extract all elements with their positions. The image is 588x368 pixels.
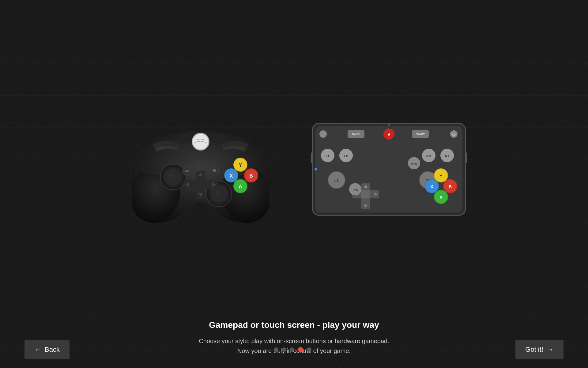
svg-text:X: X xyxy=(230,173,233,178)
svg-text:RTS: RTS xyxy=(411,163,417,166)
pagination-dot-3 xyxy=(290,347,294,352)
bottom-navigation: ← Back Got it! → xyxy=(0,331,588,368)
svg-text:LS: LS xyxy=(334,179,339,182)
svg-rect-61 xyxy=(361,190,370,198)
back-button[interactable]: ← Back xyxy=(24,340,70,359)
svg-text:START: START xyxy=(416,133,425,136)
svg-rect-39 xyxy=(311,152,313,163)
got-it-button[interactable]: Got it! → xyxy=(515,340,564,359)
svg-point-42 xyxy=(319,130,327,138)
svg-text:RB: RB xyxy=(426,154,431,158)
svg-text:⏻: ⏻ xyxy=(452,132,456,136)
pagination-dot-2 xyxy=(282,347,286,352)
back-label: Back xyxy=(45,346,60,354)
svg-text:LTS: LTS xyxy=(353,189,358,192)
svg-point-12 xyxy=(169,173,174,178)
svg-point-41 xyxy=(388,124,390,126)
svg-text:V: V xyxy=(387,132,390,137)
forward-arrow-icon: → xyxy=(547,346,554,354)
svg-text:Y: Y xyxy=(439,174,443,178)
back-arrow-icon: ← xyxy=(34,346,41,354)
svg-rect-35 xyxy=(213,170,216,171)
svg-point-8 xyxy=(193,134,209,150)
pagination-dots xyxy=(274,347,311,352)
pagination-dot-1 xyxy=(274,347,278,352)
svg-point-82 xyxy=(315,168,317,171)
svg-text:A: A xyxy=(439,195,443,200)
svg-text:A: A xyxy=(239,184,242,189)
svg-text:X: X xyxy=(430,184,433,189)
svg-rect-32 xyxy=(185,170,189,172)
svg-text:B: B xyxy=(449,184,452,189)
svg-text:LB: LB xyxy=(344,154,349,158)
svg-text:BACK: BACK xyxy=(352,133,360,136)
main-title: Gamepad or touch screen - play your way xyxy=(199,320,389,330)
svg-text:B: B xyxy=(249,173,253,178)
svg-text:LT: LT xyxy=(326,154,330,158)
svg-text:RT: RT xyxy=(445,154,450,158)
got-it-label: Got it! xyxy=(525,346,543,354)
images-area: ✕ xyxy=(121,18,467,320)
pagination-dot-4-active xyxy=(298,347,303,352)
svg-rect-34 xyxy=(213,169,216,170)
phone-virtual-gamepad: BACK V START ⏻ LT LB xyxy=(311,122,467,217)
svg-text:Y: Y xyxy=(239,163,242,168)
svg-rect-36 xyxy=(213,171,216,172)
svg-point-16 xyxy=(215,190,220,195)
xbox-controller: ✕ xyxy=(121,111,280,228)
pagination-dot-5 xyxy=(307,347,311,352)
svg-rect-40 xyxy=(465,152,467,163)
main-content: ✕ xyxy=(0,0,588,368)
